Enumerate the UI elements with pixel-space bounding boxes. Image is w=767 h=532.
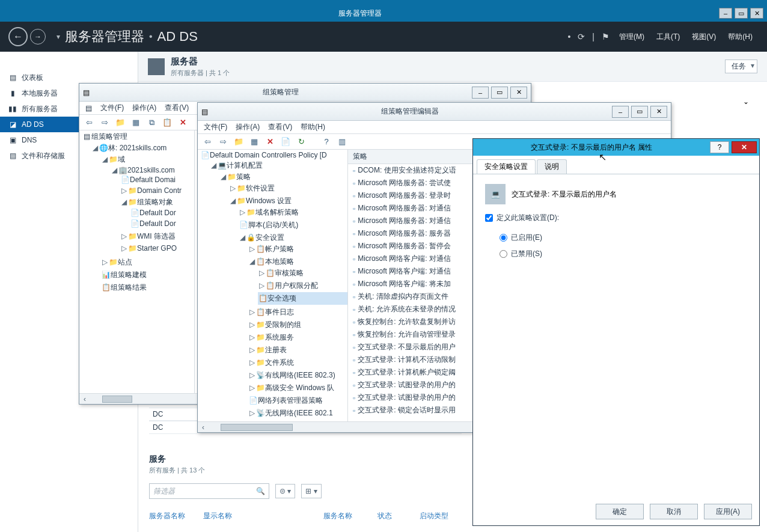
delete-icon[interactable]: ✕ xyxy=(177,117,189,129)
col-displayname[interactable]: 显示名称 xyxy=(203,511,311,521)
radio-enabled[interactable]: 已启用(E) xyxy=(500,233,747,243)
define-checkbox[interactable]: 定义此策略设置(D): xyxy=(485,213,747,223)
back-icon[interactable]: ⇦ xyxy=(201,136,213,148)
filter-tag-button[interactable]: ⊞ ▾ xyxy=(301,484,321,498)
gpmc-app-icon: ▤ xyxy=(83,88,90,97)
task-dropdown[interactable]: 任务 xyxy=(725,60,757,73)
titlebar: 服务器管理器 – ▭ ✕ xyxy=(0,5,767,22)
policy-item-icon: ▫ xyxy=(353,242,355,251)
gpedit-menu-file[interactable]: 文件(F) xyxy=(204,122,227,132)
menu-tools[interactable]: 工具(T) xyxy=(656,32,680,42)
policy-item-icon: ▫ xyxy=(353,167,355,175)
radio-enabled-input[interactable] xyxy=(500,234,507,242)
properties-dialog: 交互式登录: 不显示最后的用户名 属性 ? ✕ 安全策略设置 说明 💻 交互式登… xyxy=(472,138,760,526)
export-icon[interactable]: 📄 xyxy=(280,136,292,148)
adds-icon: ◪ xyxy=(8,120,17,129)
policy-item-icon: ▫ xyxy=(353,368,355,377)
col-servicename[interactable]: 服务名称 xyxy=(323,511,365,521)
forward-icon[interactable]: ⇨ xyxy=(217,136,229,148)
gpmc-maximize-button[interactable]: ▭ xyxy=(491,87,508,99)
gpedit-menubar: 文件(F) 操作(A) 查看(V) 帮助(H) xyxy=(198,121,671,134)
flag-icon[interactable]: ⚑ xyxy=(602,32,610,41)
policy-item-icon: ▫ xyxy=(353,331,355,339)
tree-root: ▤组策略管理 ◢🌐林: 2021skills.com ◢📁域 ◢🏢2021ski… xyxy=(82,130,194,296)
gpmc-menu-action[interactable]: 操作(A) xyxy=(132,103,156,113)
view-icon[interactable]: ▦ xyxy=(248,136,260,148)
copy-icon[interactable]: ⧉ xyxy=(145,117,157,129)
policy-item-icon: ▫ xyxy=(353,394,355,402)
cancel-button[interactable]: 取消 xyxy=(650,504,698,519)
radio-disabled[interactable]: 已禁用(S) xyxy=(500,249,747,259)
forward-icon[interactable]: ⇨ xyxy=(99,117,111,129)
gpedit-menu-view[interactable]: 查看(V) xyxy=(268,122,292,132)
close-button[interactable]: ✕ xyxy=(750,8,763,19)
gpedit-title: 组策略管理编辑器 xyxy=(208,106,612,117)
gpmc-hscroll[interactable]: ‹› xyxy=(79,393,195,404)
policy-item-icon: ▫ xyxy=(353,179,355,188)
refresh-icon[interactable]: ↻ xyxy=(295,136,307,148)
menu-help[interactable]: 帮助(H) xyxy=(728,32,753,42)
paste-icon[interactable]: 📋 xyxy=(161,117,173,129)
refresh-icon[interactable]: ⟳ xyxy=(578,32,585,41)
gpedit-maximize-button[interactable]: ▭ xyxy=(631,106,648,118)
col-status[interactable]: 状态 xyxy=(377,511,408,521)
dialog-help-button[interactable]: ? xyxy=(710,141,729,153)
gpedit-menu-help[interactable]: 帮助(H) xyxy=(301,122,325,132)
properties-icon[interactable]: ▦ xyxy=(130,117,142,129)
delete-icon[interactable]: ✕ xyxy=(264,136,276,148)
nav-dropdown[interactable]: ▾ xyxy=(57,32,60,41)
gpmc-minimize-button[interactable]: – xyxy=(472,87,489,99)
gpedit-close-button[interactable]: ✕ xyxy=(650,106,667,118)
gpmc-menu-file[interactable]: 文件(F) xyxy=(100,103,124,113)
gpedit-app-icon: ▤ xyxy=(201,108,208,116)
apply-button[interactable]: 应用(A) xyxy=(704,504,752,519)
gpedit-menu-action[interactable]: 操作(A) xyxy=(236,122,260,132)
define-checkbox-input[interactable] xyxy=(485,214,493,222)
policy-item-icon: ▫ xyxy=(353,406,355,415)
search-icon[interactable]: 🔍 xyxy=(256,487,265,495)
minimize-button[interactable]: – xyxy=(719,8,732,19)
gpmc-close-button[interactable]: ✕ xyxy=(510,87,527,99)
dialog-close-button[interactable]: ✕ xyxy=(732,141,757,153)
policy-item-icon: ▫ xyxy=(353,280,355,289)
col-startup[interactable]: 启动类型 xyxy=(420,511,462,521)
back-icon[interactable]: ⇦ xyxy=(83,117,95,129)
filter-options-button[interactable]: ⊜ ▾ xyxy=(275,484,295,498)
policy-item-icon: ▫ xyxy=(353,230,355,238)
gpedit-tree[interactable]: 📄Default Domain Controllers Policy [D ◢💻… xyxy=(198,150,348,432)
maximize-button[interactable]: ▭ xyxy=(735,8,748,19)
policy-item-icon: ▫ xyxy=(353,318,355,326)
dashboard-icon: ▤ xyxy=(8,73,17,82)
policy-item-icon: ▫ xyxy=(353,217,355,225)
menu-view[interactable]: 视图(V) xyxy=(692,32,716,42)
gpmc-menu-view[interactable]: 查看(V) xyxy=(165,103,189,113)
policy-item-icon: ▫ xyxy=(353,192,355,200)
tab-security-setting[interactable]: 安全策略设置 xyxy=(477,159,536,174)
policy-item-icon: ▫ xyxy=(353,381,355,390)
col-servername[interactable]: 服务器名称 xyxy=(149,511,191,521)
divider: | xyxy=(592,32,594,41)
servers-tile-icon xyxy=(148,58,165,75)
dialog-tabs: 安全策略设置 说明 xyxy=(473,156,759,174)
gpedit-minimize-button[interactable]: – xyxy=(612,106,629,118)
tab-explain[interactable]: 说明 xyxy=(537,159,567,174)
breadcrumb-current: AD DS xyxy=(157,29,198,44)
storage-icon: ▤ xyxy=(8,151,17,160)
nav-forward-button[interactable]: → xyxy=(30,29,46,44)
help-icon[interactable]: ? xyxy=(320,136,332,148)
menu-manage[interactable]: 管理(M) xyxy=(619,32,644,42)
header: ← → ▾ 服务器管理器 • AD DS • ⟳ | ⚑ 管理(M) 工具(T)… xyxy=(0,22,767,52)
servers-icon: ▮▮ xyxy=(8,105,17,113)
gpmc-tree[interactable]: ▤组策略管理 ◢🌐林: 2021skills.com ◢📁域 ◢🏢2021ski… xyxy=(79,130,195,404)
policy-item-icon: ▫ xyxy=(353,305,355,314)
nav-back-button[interactable]: ← xyxy=(8,27,28,46)
ok-button[interactable]: 确定 xyxy=(596,504,644,519)
expand-toggle-icon[interactable]: ⌄ xyxy=(743,97,749,106)
radio-disabled-input[interactable] xyxy=(500,250,507,258)
up-folder-icon[interactable]: 📁 xyxy=(233,136,245,148)
up-icon[interactable]: 📁 xyxy=(114,117,126,129)
breadcrumb-sep: • xyxy=(149,31,153,42)
filter-input[interactable]: 筛选器 🔍 xyxy=(149,483,269,499)
columns-icon[interactable]: ▥ xyxy=(336,136,348,148)
breadcrumb-root[interactable]: 服务器管理器 xyxy=(65,28,144,46)
